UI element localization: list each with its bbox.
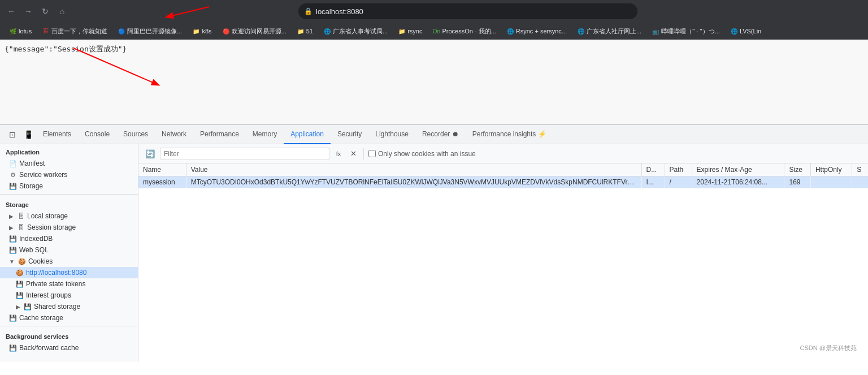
- sidebar-item-localhost[interactable]: 🍪 http://localhost:8080: [0, 267, 138, 278]
- tab-recorder[interactable]: Recorder ⏺: [415, 125, 466, 144]
- back-button[interactable]: ←: [5, 5, 18, 18]
- tab-sources[interactable]: Sources: [116, 125, 155, 144]
- tab-elements[interactable]: Elements: [36, 125, 78, 144]
- devtools-tabs: ⊡ 📱 Elements Console Sources Network Per…: [0, 125, 868, 144]
- tab-security[interactable]: Security: [331, 125, 368, 144]
- sidebar-item-cookies[interactable]: ▼ 🍪 Cookies: [0, 256, 138, 267]
- sidebar-section-bg-services: Background services: [0, 329, 138, 342]
- tab-performance-insights[interactable]: Performance insights ⚡: [466, 125, 553, 144]
- lotus-icon: 🌿: [9, 27, 17, 35]
- filter-input[interactable]: [160, 148, 329, 160]
- bookmark-guangdong2[interactable]: 🌐 广东省人社厅网上...: [572, 25, 646, 37]
- toolbar-separator: [363, 148, 364, 160]
- folder-icon: 📁: [297, 27, 305, 35]
- col-expires[interactable]: Expires / Max-Age: [692, 163, 784, 176]
- svg-line-1: [73, 48, 158, 85]
- filter-clear-button[interactable]: fx: [333, 148, 344, 160]
- main-panel: 🔄 fx ✕ Only show cookies with an issue: [138, 144, 868, 362]
- sidebar-item-indexeddb[interactable]: 💾 IndexedDB: [0, 233, 138, 244]
- panel-toolbar: 🔄 fx ✕ Only show cookies with an issue: [138, 144, 868, 163]
- bookmark-baidu[interactable]: 百 百度一下，你就知道: [37, 25, 112, 37]
- col-httponly[interactable]: HttpOnly: [810, 163, 852, 176]
- bookmark-51[interactable]: 📁 51: [292, 25, 318, 37]
- tab-network[interactable]: Network: [155, 125, 193, 144]
- devtools-device-icon[interactable]: 📱: [20, 127, 36, 143]
- col-value[interactable]: Value: [186, 163, 641, 176]
- sidebar-item-manifest[interactable]: 📄 Manifest: [0, 158, 138, 169]
- sidebar-item-websql[interactable]: 💾 Web SQL: [0, 244, 138, 256]
- cookies-data-table: Name Value D... Path Expires / Max-Age S…: [138, 163, 868, 188]
- manifest-icon: 📄: [9, 160, 17, 167]
- expand-cookies-icon: ▼: [9, 258, 15, 265]
- sidebar-item-service-workers[interactable]: ⚙ Service workers: [0, 169, 138, 180]
- cookies-icon: 🍪: [18, 257, 26, 265]
- cell-value: MTcyOTU3ODI0OHxOd3dBTkU5Q1YwYzFTVUZVTBOR…: [186, 176, 641, 188]
- only-issues-label: Only show cookies with an issue: [378, 150, 476, 158]
- only-issues-checkbox[interactable]: [368, 150, 376, 157]
- cell-name: mysession: [138, 176, 186, 188]
- address-bar[interactable]: 🔒 localhost:8080: [298, 3, 637, 19]
- bookmark-k8s[interactable]: 📁 k8s: [188, 25, 216, 37]
- devtools-sidebar: Application 📄 Manifest ⚙ Service workers…: [0, 144, 138, 362]
- sidebar-item-back-forward[interactable]: 💾 Back/forward cache: [0, 342, 138, 354]
- cell-samesite: [852, 176, 868, 188]
- bookmark-lvs[interactable]: 🌐 LVS(Lin: [726, 25, 766, 37]
- bookmark-bilibili[interactable]: 📺 哔哩哔哩（" - "）つ...: [647, 25, 724, 37]
- devtools-inspect-icon[interactable]: ⊡: [5, 127, 20, 143]
- tab-lighthouse[interactable]: Lighthouse: [368, 125, 415, 144]
- cell-size: 169: [784, 176, 810, 188]
- sidebar-item-cache-storage[interactable]: 💾 Cache storage: [0, 312, 138, 324]
- forward-button[interactable]: →: [21, 5, 35, 18]
- refresh-cookies-button[interactable]: 🔄: [143, 147, 157, 161]
- tab-performance[interactable]: Performance: [193, 125, 246, 144]
- table-body: mysession MTcyOTU3ODI0OHxOd3dBTkU5Q1YwYz…: [138, 176, 868, 188]
- sidebar-item-local-storage[interactable]: ▶ 🗄 Local storage: [0, 210, 138, 222]
- col-path[interactable]: Path: [665, 163, 692, 176]
- service-workers-icon: ⚙: [9, 171, 17, 179]
- divider1: [0, 194, 138, 195]
- bookmark-processon[interactable]: On ProcessOn - 我的...: [428, 25, 500, 37]
- bookmark-wangyi[interactable]: 🔴 欢迎访问网易开源...: [218, 25, 291, 37]
- local-storage-icon: 🗄: [17, 212, 25, 220]
- lock-icon: 🔒: [304, 7, 313, 15]
- home-button[interactable]: ⌂: [55, 5, 69, 18]
- indexeddb-icon: 💾: [9, 235, 17, 243]
- baidu-icon: 百: [42, 27, 50, 35]
- private-state-icon: 💾: [16, 280, 24, 288]
- sidebar-item-interest-groups[interactable]: 💾 Interest groups: [0, 290, 138, 301]
- col-samesite[interactable]: S: [852, 163, 868, 176]
- sidebar-item-session-storage[interactable]: ▶ 🗄 Session storage: [0, 222, 138, 233]
- filter-cancel-button[interactable]: ✕: [348, 148, 359, 160]
- bookmark-alibaba[interactable]: 🔵 阿里巴巴开源镜像...: [113, 25, 186, 37]
- lvs-icon: 🌐: [730, 27, 738, 35]
- bookmarks-bar: 🌿 lotus 百 百度一下，你就知道 🔵 阿里巴巴开源镜像... 📁 k8s …: [0, 23, 868, 40]
- cell-path: /: [665, 176, 692, 188]
- cache-storage-icon: 💾: [9, 314, 17, 322]
- devtools-panel: ⊡ 📱 Elements Console Sources Network Per…: [0, 124, 868, 362]
- bookmark-rsync2[interactable]: 🌐 Rsync + sersync...: [502, 25, 571, 37]
- bookmark-rsync[interactable]: 📁 rsync: [393, 25, 427, 37]
- browser-wrapper: ← → ↻ ⌂ 🔒 localhost:8080 🌿 lotus 百 百度一下，…: [0, 0, 868, 362]
- tab-console[interactable]: Console: [78, 125, 116, 144]
- bookmark-lotus[interactable]: 🌿 lotus: [5, 25, 36, 37]
- col-name[interactable]: Name: [138, 163, 186, 176]
- rsync-icon: 📁: [398, 27, 406, 35]
- sidebar-item-shared-storage[interactable]: ▶ 💾 Shared storage: [0, 301, 138, 312]
- back-forward-icon: 💾: [9, 344, 17, 352]
- col-size[interactable]: Size: [784, 163, 810, 176]
- wangyi-icon: 🔴: [222, 27, 230, 35]
- globe-icon1: 🌐: [323, 27, 331, 35]
- only-issues-checkbox-label[interactable]: Only show cookies with an issue: [368, 150, 476, 158]
- tab-application[interactable]: Application: [284, 125, 331, 144]
- col-domain[interactable]: D...: [641, 163, 665, 176]
- expand-session-icon: ▶: [9, 225, 14, 231]
- cell-expires: 2024-11-21T06:24:08...: [692, 176, 784, 188]
- reload-button[interactable]: ↻: [38, 5, 52, 18]
- table-row[interactable]: mysession MTcyOTU3ODI0OHxOd3dBTkU5Q1YwYz…: [138, 176, 868, 188]
- sidebar-item-storage-app[interactable]: 💾 Storage: [0, 180, 138, 192]
- sidebar-item-private-state[interactable]: 💾 Private state tokens: [0, 278, 138, 290]
- bookmark-guangdong[interactable]: 🌐 广东省人事考试局...: [319, 25, 392, 37]
- tab-memory[interactable]: Memory: [246, 125, 284, 144]
- localhost-cookie-icon: 🍪: [16, 269, 24, 277]
- cell-domain: I...: [641, 176, 665, 188]
